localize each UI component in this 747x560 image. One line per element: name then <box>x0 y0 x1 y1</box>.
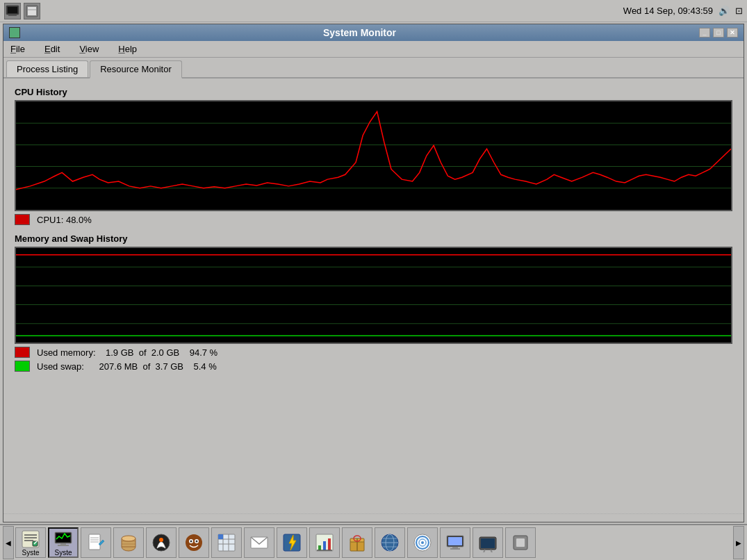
svg-rect-25 <box>58 545 69 546</box>
svg-rect-70 <box>452 547 458 548</box>
taskbar-scroll-right[interactable]: ▶ <box>733 526 744 559</box>
svg-point-37 <box>186 534 202 551</box>
chart-icon <box>315 533 334 552</box>
taskbar-app-inkscape[interactable] <box>146 527 177 558</box>
tab-process-listing[interactable]: Process Listing <box>6 60 88 77</box>
svg-line-75 <box>491 550 492 552</box>
svg-rect-4 <box>28 7 36 15</box>
taskbar-app-network[interactable] <box>375 527 405 558</box>
memory-legend-color <box>15 347 30 358</box>
cpu-section-title: CPU History <box>15 87 732 97</box>
svg-rect-24 <box>60 543 66 545</box>
svg-rect-71 <box>450 548 460 550</box>
gimp-icon <box>184 533 204 552</box>
svg-rect-6 <box>16 101 731 210</box>
minimize-button[interactable]: _ <box>699 28 710 38</box>
taskbar-scroll-left[interactable]: ◀ <box>3 526 14 559</box>
svg-point-40 <box>190 541 192 543</box>
monitor-small-icon <box>445 533 465 552</box>
swap-legend: Used swap: 207.6 MB of 3.7 GB 5.4 % <box>15 361 732 372</box>
window-controls: _ □ ✕ <box>699 28 738 38</box>
main-content: CPU History CPU1: 48.0% <box>3 79 744 513</box>
notes-icon <box>119 533 138 552</box>
svg-rect-53 <box>328 538 331 550</box>
taskbar-app-write[interactable] <box>81 527 111 558</box>
taskbar-left-icons <box>4 3 40 19</box>
svg-rect-69 <box>448 537 462 545</box>
bottom-taskbar: ◀ Syste Syste <box>0 524 747 560</box>
top-taskbar: Wed 14 Sep, 09:43:59 🔊 ⊡ <box>0 0 747 22</box>
memory-section-title: Memory and Swap History <box>15 233 732 244</box>
misc-icon <box>511 533 530 552</box>
screen-icon[interactable]: ⊡ <box>735 6 743 16</box>
status-bar <box>3 513 744 522</box>
cpu-legend: CPU1: 48.0% <box>15 214 732 225</box>
tv-icon <box>478 533 498 552</box>
svg-rect-2 <box>8 7 17 13</box>
svg-rect-47 <box>218 534 223 539</box>
cpu-chart <box>16 101 731 210</box>
menu-edit[interactable]: Edit <box>40 42 64 56</box>
close-button[interactable]: ✕ <box>727 28 738 38</box>
inkscape-icon <box>151 533 171 552</box>
taskbar-app-editor[interactable]: Syste <box>15 527 46 558</box>
memory-chart <box>16 248 731 343</box>
write-icon <box>86 533 106 552</box>
email-icon <box>249 533 269 552</box>
taskbar-icon-1[interactable] <box>4 3 21 19</box>
menu-bar: File Edit View Help <box>3 41 744 58</box>
maximize-button[interactable]: □ <box>713 28 724 38</box>
taskbar-app-browser[interactable] <box>407 527 438 558</box>
svg-point-41 <box>196 541 198 543</box>
package-icon <box>347 533 367 552</box>
taskbar-app-monitor[interactable] <box>440 527 470 558</box>
svg-rect-52 <box>323 541 326 550</box>
taskbar-app-tv[interactable] <box>473 527 503 558</box>
taskbar-apps: Syste Syste <box>15 527 732 558</box>
cpu-chart-container <box>15 100 732 211</box>
syste-label: Syste <box>22 549 39 557</box>
system-monitor-window: System Monitor _ □ ✕ File Edit View Help… <box>3 24 744 522</box>
menu-file[interactable]: File <box>6 42 29 56</box>
window-icon <box>9 27 20 38</box>
taskbar-app-chart[interactable] <box>309 527 340 558</box>
svg-line-74 <box>484 550 485 552</box>
swap-legend-color <box>15 361 30 372</box>
menu-view[interactable]: View <box>75 42 103 56</box>
svg-rect-1 <box>8 15 17 16</box>
svg-rect-73 <box>481 538 495 548</box>
taskbar-icon-2[interactable] <box>24 3 40 19</box>
spreadsheet-icon <box>217 533 236 552</box>
sysmon-label: Syste <box>54 549 72 557</box>
cpu-section: CPU History CPU1: 48.0% <box>15 87 732 225</box>
svg-rect-77 <box>516 538 525 547</box>
taskbar-app-sysmon[interactable]: Syste <box>48 527 79 558</box>
cpu-legend-label: CPU1: 48.0% <box>37 215 92 225</box>
memory-section: Memory and Swap History <box>15 233 732 372</box>
svg-point-32 <box>122 536 136 541</box>
taskbar-right: Wed 14 Sep, 09:43:59 🔊 ⊡ <box>623 6 743 16</box>
svg-point-36 <box>159 538 163 542</box>
memory-chart-container <box>15 247 732 344</box>
browser-icon <box>413 533 432 552</box>
svg-rect-11 <box>16 248 731 343</box>
tab-bar: Process Listing Resource Monitor <box>3 58 744 79</box>
memory-legend-label: Used memory: 1.9 GB of 2.0 GB 94.7 % <box>37 347 217 358</box>
taskbar-app-misc[interactable] <box>505 527 536 558</box>
taskbar-app-gimp[interactable] <box>179 527 209 558</box>
taskbar-app-email[interactable] <box>244 527 274 558</box>
sysmon-icon <box>54 529 73 549</box>
cpu-legend-color <box>15 214 30 225</box>
taskbar-app-spreadsheet[interactable] <box>211 527 242 558</box>
window-titlebar: System Monitor _ □ ✕ <box>3 24 744 41</box>
thunder-icon <box>282 533 302 552</box>
taskbar-app-notes[interactable] <box>113 527 144 558</box>
taskbar-app-package[interactable] <box>342 527 372 558</box>
menu-help[interactable]: Help <box>114 42 141 56</box>
memory-legend: Used memory: 1.9 GB of 2.0 GB 94.7 % <box>15 347 732 358</box>
taskbar-app-thunder[interactable] <box>277 527 307 558</box>
tab-resource-monitor[interactable]: Resource Monitor <box>90 60 182 79</box>
window-title: System Monitor <box>20 27 699 38</box>
editor-icon <box>21 529 40 549</box>
volume-icon[interactable]: 🔊 <box>719 6 730 16</box>
